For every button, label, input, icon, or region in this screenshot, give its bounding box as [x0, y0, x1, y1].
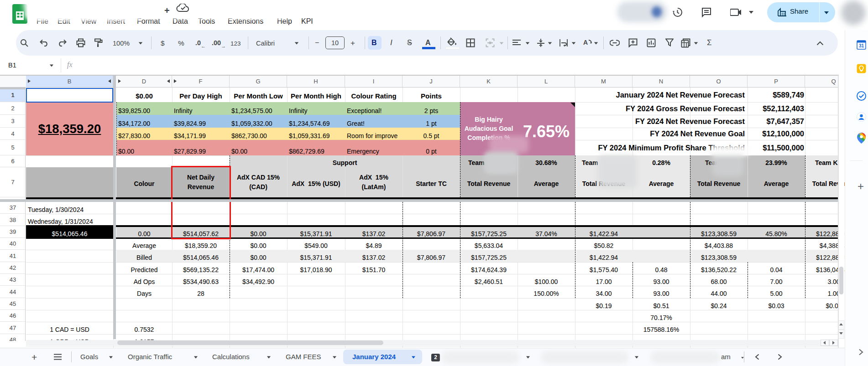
svg-text:A: A	[583, 39, 588, 46]
svg-text:31: 31	[859, 43, 864, 48]
